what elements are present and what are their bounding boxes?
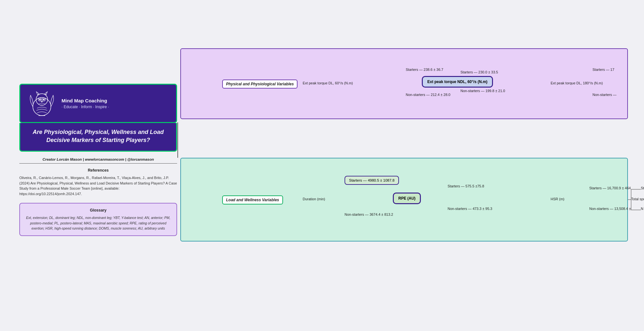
ext-peak-torque-dl-180: Ext peak torque DL, 180°/s (N.m) <box>551 81 603 85</box>
nonstarters-hsr: Non-starters — 13,508.4 ± <box>589 207 631 211</box>
main-title: Are Physiological, Physical, Wellness an… <box>27 128 169 144</box>
main-title-box: Are Physiological, Physical, Wellness an… <box>19 123 177 152</box>
svg-point-0 <box>33 98 51 116</box>
ext-peak-torque-dl: Ext peak torque DL, 60°/s (N.m) <box>303 81 353 85</box>
nonstarters-dl-180: Non-starters — <box>592 93 617 97</box>
starters-ndl: Starters — 230.0 ± 33.5 <box>460 70 498 74</box>
vertical-connector <box>177 122 178 158</box>
starters-dl-180: Starters — 17 <box>592 68 614 71</box>
hsr-label: HSR (m) <box>551 197 564 201</box>
nonstarters-duration: Non-starters — 3674.4 ± 813.2 <box>345 213 393 216</box>
nonstarters-ndl: Non-starters — 199.8 ± 21.0 <box>460 89 505 93</box>
duration-label: Duration (min) <box>303 197 325 201</box>
ext-peak-torque-ndl-box: Ext peak torque NDL, 60°/s (N.m) <box>422 76 493 88</box>
load-label: Load and Wellness Variables <box>222 195 283 204</box>
physical-label: Physical and Physiological Variables <box>222 80 298 89</box>
references-section: References Oliveira, R., Canário-Lemos, … <box>19 168 177 196</box>
starters-total-sprint: St <box>641 186 644 190</box>
logo-box: Mind Map Coaching · Educate · Inform · I… <box>19 84 177 123</box>
total-sprint-label: Total sprint distan <box>631 197 644 201</box>
starters-hsr: Starters — 16,700.9 ± 464 <box>589 186 631 190</box>
mindmap-area: Physical and Physiological Variables Loa… <box>180 48 644 325</box>
starters-duration-box: Starters — 4980.5 ± 1087.8 <box>345 176 399 185</box>
glossary-text: Ext, extension; DL, dominant leg; NDL, n… <box>25 215 171 231</box>
left-panel: Mind Map Coaching · Educate · Inform · I… <box>19 84 177 236</box>
logo-tagline: · Educate · Inform · Inspire · <box>62 105 109 109</box>
creator-line: Creator Lorcán Mason | wwwlorcanmasoncom… <box>19 157 177 164</box>
logo-title: Mind Map Coaching <box>62 98 109 104</box>
starters-dl: Starters — 238.6 ± 36.7 <box>406 68 443 71</box>
svg-point-5 <box>43 99 45 100</box>
starters-rpe: Starters — 575.5 ±75.8 <box>448 184 484 188</box>
logo-text-block: Mind Map Coaching · Educate · Inform · I… <box>62 98 109 109</box>
glossary-title: Glossary <box>25 208 171 213</box>
nonstarters-total-sprint: N <box>641 207 643 211</box>
glossary-box: Glossary Ext, extension; DL, dominant le… <box>19 203 177 236</box>
svg-point-4 <box>39 99 41 100</box>
references-title: References <box>19 168 177 173</box>
rpe-box: RPE (AU) <box>393 193 421 204</box>
references-text: Oliveira, R., Canário-Lemos, R., Morgans… <box>19 175 177 196</box>
nonstarters-dl: Non-starters — 212.4 ± 28.0 <box>406 93 450 97</box>
nonstarters-rpe: Non-starters — 473.3 ± 95.3 <box>448 207 492 211</box>
svg-point-1 <box>36 94 48 105</box>
owl-icon <box>27 90 56 116</box>
